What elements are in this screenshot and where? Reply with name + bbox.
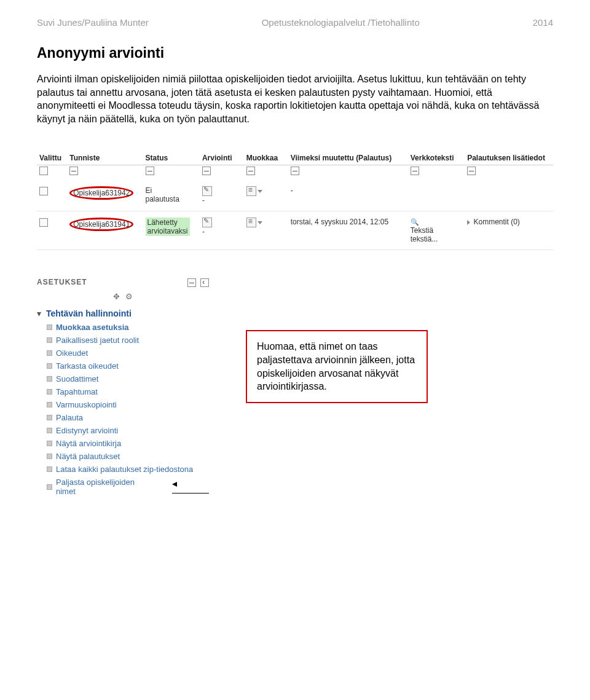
collapse-icon[interactable]	[291, 167, 299, 175]
expand-icon[interactable]	[467, 220, 470, 225]
actions-menu-icon[interactable]	[246, 218, 256, 227]
last-modified: -	[288, 180, 408, 211]
collapse-icon[interactable]	[69, 167, 78, 175]
bullet-icon	[47, 350, 52, 356]
collapse-icon[interactable]	[246, 167, 255, 175]
identifier-text: Opiskelija631941	[73, 220, 130, 229]
bullet-icon	[47, 389, 52, 395]
last-modified: torstai, 4 syyskuu 2014, 12:05	[288, 211, 408, 250]
header-left: Suvi Junes/Pauliina Munter	[37, 17, 149, 28]
header-right: 2014	[533, 17, 553, 28]
block-collapse-icon[interactable]	[187, 278, 196, 287]
bullet-icon	[47, 428, 52, 433]
settings-item-edit[interactable]: Muokkaa asetuksia	[47, 321, 209, 334]
gear-icon[interactable]: ⚙	[125, 292, 133, 301]
extra-info	[465, 180, 553, 211]
identifier-circled: Opiskelija631941	[69, 218, 133, 231]
document-body: Arviointi ilman opiskelijoiden nimiä pii…	[37, 73, 553, 125]
settings-item-filters[interactable]: Suodattimet	[47, 372, 209, 385]
bullet-icon	[47, 415, 52, 420]
bullet-icon	[47, 363, 52, 369]
settings-block-header: ASETUKSET	[37, 275, 209, 289]
bullet-icon	[47, 466, 52, 472]
settings-block-title: ASETUKSET	[37, 278, 87, 286]
table-row: Opiskelija631941 Lähetettyarvioitavaksi …	[37, 211, 553, 250]
collapse-icon[interactable]	[411, 167, 419, 175]
settings-item-download-zip[interactable]: Lataa kaikki palautukset zip-tiedostona	[47, 463, 209, 476]
callout-box: Huomaa, että nimet on taas paljastettava…	[246, 330, 428, 403]
bullet-icon	[47, 454, 52, 459]
settings-item-backup[interactable]: Varmuuskopiointi	[47, 398, 209, 411]
col-tunniste[interactable]: Tunniste	[67, 150, 143, 165]
grade-value: -	[202, 196, 205, 205]
settings-item-reveal-identities[interactable]: Paljasta opiskelijoiden nimet	[47, 476, 209, 498]
col-verkkoteksti[interactable]: Verkkoteksti	[408, 150, 465, 165]
bullet-icon	[47, 337, 52, 343]
settings-root-label: Tehtävän hallinnointi	[46, 309, 132, 318]
col-muokkaa[interactable]: Muokkaa	[244, 150, 288, 165]
select-all-checkbox[interactable]	[39, 167, 48, 175]
col-status[interactable]: Status	[143, 150, 200, 165]
edit-icon[interactable]	[202, 186, 212, 196]
table-collapse-row	[37, 165, 553, 181]
document-title: Anonyymi arviointi	[37, 45, 553, 61]
header-center: Opetusteknologiapalvelut /Tietohallinto	[262, 17, 420, 28]
magnifier-icon[interactable]	[411, 218, 419, 226]
settings-block: ASETUKSET ✥ ⚙ ▾ Tehtävän hallinnointi Mu…	[37, 275, 209, 498]
table-header-row: Valittu Tunniste Status Arviointi Muokka…	[37, 150, 553, 165]
identifier-text: Opiskelija631942	[73, 189, 130, 197]
status-text: Lähetettyarvioitavaksi	[146, 218, 190, 236]
settings-item-events[interactable]: Tapahtumat	[47, 385, 209, 398]
settings-item-roles[interactable]: Paikallisesti jaetut roolit	[47, 334, 209, 347]
chevron-down-icon[interactable]	[258, 190, 262, 193]
settings-item-permissions[interactable]: Oikeudet	[47, 347, 209, 360]
move-icon[interactable]: ✥	[113, 292, 120, 301]
settings-list: Muokkaa asetuksia Paikallisesti jaetut r…	[37, 321, 209, 498]
bullet-icon	[47, 484, 52, 490]
grading-table: Valittu Tunniste Status Arviointi Muokka…	[37, 150, 553, 250]
col-arviointi[interactable]: Arviointi	[200, 150, 244, 165]
online-text: Tekstiä tekstiä...	[411, 226, 438, 243]
edit-icon[interactable]	[202, 218, 212, 227]
settings-item-restore[interactable]: Palauta	[47, 411, 209, 424]
col-valittu[interactable]: Valittu	[37, 150, 67, 165]
tree-toggle-icon[interactable]: ▾	[37, 309, 41, 318]
settings-root[interactable]: ▾ Tehtävän hallinnointi	[37, 306, 209, 321]
settings-item-gradebook[interactable]: Näytä arviointikirja	[47, 437, 209, 450]
col-muutettu[interactable]: Viimeksi muutettu (Palautus)	[288, 150, 408, 165]
col-lisatiedot[interactable]: Palautuksen lisätiedot	[465, 150, 553, 165]
bullet-icon	[47, 402, 52, 407]
block-dock-icon[interactable]	[200, 278, 209, 287]
bullet-icon	[47, 376, 52, 382]
bullet-icon	[47, 441, 52, 446]
page-header: Suvi Junes/Pauliina Munter Opetusteknolo…	[37, 17, 553, 28]
settings-gear-row: ✥ ⚙	[37, 289, 209, 306]
bullet-icon	[47, 324, 52, 330]
grading-table-wrap: Valittu Tunniste Status Arviointi Muokka…	[37, 150, 553, 250]
identifier-circled: Opiskelija631942	[69, 186, 133, 200]
collapse-icon[interactable]	[202, 167, 211, 175]
grade-value: -	[202, 227, 205, 236]
settings-item-advanced-grading[interactable]: Edistynyt arviointi	[47, 424, 209, 437]
collapse-icon[interactable]	[146, 167, 154, 175]
table-row: Opiskelija631942 Eipalautusta - -	[37, 180, 553, 211]
chevron-down-icon[interactable]	[258, 221, 262, 224]
online-text	[408, 180, 465, 211]
collapse-icon[interactable]	[467, 167, 476, 175]
settings-item-view-submissions[interactable]: Näytä palautukset	[47, 450, 209, 463]
row-checkbox[interactable]	[39, 218, 48, 227]
comments-link[interactable]: Kommentit (0)	[474, 218, 520, 226]
settings-item-check-permissions[interactable]: Tarkasta oikeudet	[47, 360, 209, 372]
status-text: Eipalautusta	[146, 186, 179, 203]
actions-menu-icon[interactable]	[246, 186, 256, 196]
row-checkbox[interactable]	[39, 187, 48, 195]
pointer-arrow	[172, 479, 209, 497]
callout-text: Huomaa, että nimet on taas paljastettava…	[257, 341, 415, 391]
